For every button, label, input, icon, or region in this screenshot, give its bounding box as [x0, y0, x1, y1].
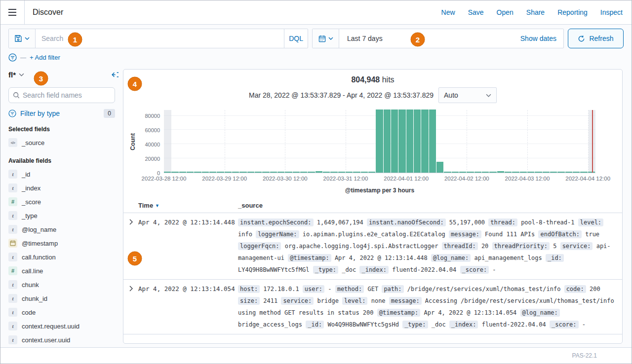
histogram-bar[interactable]: [232, 172, 239, 173]
histogram-bar[interactable]: [452, 172, 459, 173]
histogram-bar[interactable]: [270, 172, 277, 173]
histogram-bar[interactable]: [225, 172, 232, 173]
field-item-call.function[interactable]: tcall.function: [8, 250, 115, 264]
expand-row-button[interactable]: [123, 283, 138, 330]
histogram-bar[interactable]: [285, 172, 292, 173]
histogram-bar[interactable]: [384, 109, 391, 173]
source-field-badge: user:: [303, 285, 324, 293]
histogram-bar[interactable]: [406, 109, 413, 173]
histogram-bar[interactable]: [421, 109, 428, 173]
histogram-bar[interactable]: [550, 172, 557, 173]
annotation-badge-1: 1: [68, 33, 82, 47]
histogram-bar[interactable]: [565, 172, 572, 173]
nav-link-new[interactable]: New: [441, 8, 455, 16]
field-item-chunk[interactable]: tchunk: [8, 278, 115, 291]
histogram-bar[interactable]: [482, 172, 489, 173]
query-language-button[interactable]: DQL: [284, 29, 308, 48]
histogram-bar[interactable]: [573, 172, 580, 173]
histogram-bar[interactable]: [209, 172, 216, 173]
field-item-call.line[interactable]: #call.line: [8, 264, 115, 278]
y-axis-label: Count: [127, 110, 138, 173]
histogram-bar[interactable]: [164, 172, 171, 173]
field-item-context.request.uuid[interactable]: tcontext.request.uuid: [8, 319, 115, 333]
histogram-bar[interactable]: [316, 171, 322, 173]
show-dates-link[interactable]: Show dates: [520, 35, 563, 42]
refresh-button[interactable]: Refresh: [568, 29, 624, 48]
histogram-bar[interactable]: [557, 172, 564, 173]
field-item-_index[interactable]: t_index: [8, 181, 115, 195]
histogram-bar[interactable]: [179, 172, 186, 173]
nav-link-save[interactable]: Save: [468, 8, 484, 16]
histogram-bar[interactable]: [338, 172, 345, 173]
filter-icon[interactable]: [8, 53, 17, 62]
histogram-bar[interactable]: [535, 172, 542, 173]
histogram-bar[interactable]: [171, 172, 178, 173]
histogram-bar[interactable]: [187, 172, 194, 173]
histogram-bar[interactable]: [459, 172, 466, 173]
field-item-_source[interactable]: </>_source: [8, 136, 115, 149]
histogram-bar[interactable]: [497, 171, 504, 173]
histogram-bar[interactable]: [467, 172, 474, 173]
histogram-bar[interactable]: [368, 172, 375, 173]
histogram-bar[interactable]: [474, 172, 481, 173]
histogram-bar[interactable]: [444, 172, 451, 173]
histogram-bar[interactable]: [361, 172, 368, 173]
histogram-chart[interactable]: Count 020000400006000080000 2022-03-28 1…: [123, 110, 622, 194]
histogram-bar[interactable]: [277, 172, 284, 173]
histogram-bar[interactable]: [346, 172, 353, 173]
histogram-bar[interactable]: [505, 172, 512, 173]
histogram-bar[interactable]: [512, 172, 519, 173]
histogram-bar[interactable]: [247, 172, 254, 173]
histogram-bar[interactable]: [293, 172, 300, 173]
date-quick-menu-button[interactable]: [313, 29, 339, 48]
histogram-bar[interactable]: [194, 172, 201, 173]
field-search-input[interactable]: [23, 91, 111, 99]
expand-row-button[interactable]: [123, 217, 138, 276]
histogram-bar[interactable]: [262, 172, 269, 173]
nav-link-share[interactable]: Share: [526, 8, 545, 16]
field-item-context.user.uuid[interactable]: tcontext.user.uuid: [8, 333, 115, 347]
histogram-bar[interactable]: [300, 172, 307, 173]
histogram-bar[interactable]: [353, 172, 360, 173]
nav-link-inspect[interactable]: Inspect: [600, 8, 623, 16]
histogram-bar[interactable]: [202, 172, 209, 173]
histogram-bar[interactable]: [376, 109, 383, 173]
histogram-bar[interactable]: [429, 109, 436, 173]
field-item-chunk_id[interactable]: tchunk_id: [8, 291, 115, 305]
menu-button[interactable]: [0, 0, 25, 24]
interval-select[interactable]: Auto: [438, 87, 497, 103]
field-item-@log_name[interactable]: t@log_name: [8, 222, 115, 236]
saved-query-menu-button[interactable]: [9, 29, 36, 48]
filter-by-type[interactable]: Filter by type 0: [8, 109, 115, 118]
plot-area[interactable]: [164, 110, 595, 173]
app-footer: PAS-22.1: [0, 347, 632, 364]
field-item-_score[interactable]: #_score: [8, 195, 115, 209]
add-filter-link[interactable]: + Add filter: [30, 54, 60, 61]
histogram-bar[interactable]: [527, 172, 534, 173]
histogram-bar[interactable]: [239, 172, 246, 173]
histogram-bar[interactable]: [414, 109, 421, 173]
histogram-bar[interactable]: [255, 172, 262, 173]
histogram-bar[interactable]: [391, 109, 398, 173]
field-item-code[interactable]: tcode: [8, 305, 115, 319]
histogram-bar[interactable]: [323, 172, 330, 173]
collapse-sidebar-button[interactable]: [111, 71, 119, 79]
histogram-bar[interactable]: [543, 172, 550, 173]
field-item-_id[interactable]: t_id: [8, 167, 115, 181]
time-range-value[interactable]: Last 7 days: [339, 35, 383, 42]
field-item-@timestamp[interactable]: @timestamp: [8, 236, 115, 250]
histogram-bar[interactable]: [436, 162, 443, 173]
histogram-bar[interactable]: [217, 172, 224, 173]
nav-link-open[interactable]: Open: [497, 8, 514, 16]
nav-link-reporting[interactable]: Reporting: [557, 8, 588, 16]
histogram-bar[interactable]: [330, 172, 337, 173]
histogram-bar[interactable]: [398, 109, 405, 173]
histogram-bar[interactable]: [308, 172, 315, 173]
histogram-bar[interactable]: [520, 172, 527, 173]
index-pattern-selector[interactable]: fl*: [8, 71, 24, 79]
histogram-bar[interactable]: [588, 172, 595, 173]
histogram-bar[interactable]: [580, 172, 587, 173]
histogram-bar[interactable]: [489, 172, 496, 173]
time-column-header[interactable]: Time▼: [138, 202, 238, 209]
field-item-_type[interactable]: t_type: [8, 209, 115, 222]
